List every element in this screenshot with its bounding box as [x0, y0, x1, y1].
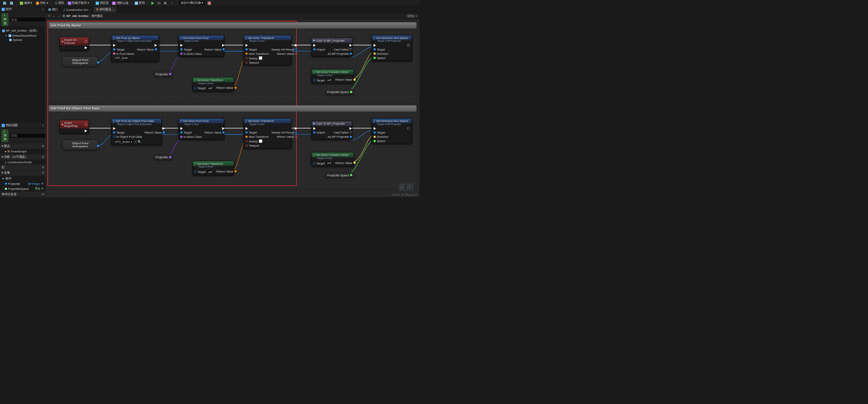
cast-failed-pin[interactable]: Cast Failed: [328, 131, 352, 134]
exec-in-pin[interactable]: [113, 44, 134, 47]
focus-button[interactable]: ⊡: [48, 14, 50, 18]
node-get-forward-vector[interactable]: ƒGet Actor Forward VectorTarget is Actor…: [312, 69, 354, 83]
components-vars-group[interactable]: ▸ 组件: [0, 176, 46, 181]
debug-filter-button[interactable]: [206, 1, 212, 5]
tab-construction-script[interactable]: ƒConstruction Scr...: [61, 7, 93, 13]
event-toggle[interactable]: [85, 123, 87, 125]
compile-button[interactable]: 编译 ▾: [19, 0, 34, 5]
eye-icon[interactable]: 👁: [41, 182, 44, 185]
teleport-pin[interactable]: Teleport: [246, 144, 269, 147]
event-graph-canvas[interactable]: Get Pool By Name ◈Event On Execute Objec…: [46, 20, 420, 197]
close-components-button[interactable]: ×: [42, 8, 44, 11]
node-get-actor-transform-2[interactable]: ƒGet Actor TransformTarget is ActorTarge…: [192, 161, 234, 175]
node-set-direction-speed-2[interactable]: ƒSet Direction And SpeedTarget is BP Pro…: [372, 118, 412, 144]
node-get-actor-from-pool-2[interactable]: ƒGet Actor from PoolTarget is PoolTarget…: [179, 118, 224, 140]
exec-out-pin[interactable]: [328, 44, 352, 47]
exec-out-pin[interactable]: [85, 46, 87, 49]
hit-result-pin[interactable]: Sweep Hit Result: [271, 48, 297, 51]
return-pin[interactable]: Return Value: [137, 48, 157, 51]
hit-result-pin[interactable]: Sweep Hit Result: [271, 131, 297, 134]
save-button[interactable]: [2, 1, 7, 5]
eye-icon[interactable]: 👁: [41, 187, 44, 190]
exec-out-pin[interactable]: [85, 130, 87, 132]
return-pin[interactable]: Return Value: [204, 131, 224, 134]
components-search-input[interactable]: [10, 17, 50, 22]
output-pin[interactable]: [350, 174, 352, 176]
node-event-begin-play[interactable]: ◈Event BeginPlay: [59, 120, 89, 134]
add-function-button[interactable]: ⊕: [42, 155, 44, 159]
variable-projectilespeed[interactable]: ProjectileSpeed浮点👁: [0, 186, 46, 191]
stop-button[interactable]: [163, 1, 168, 5]
node-get-pool-by-data[interactable]: ƒGet Pool by Object Pool DataTarget is O…: [111, 118, 162, 145]
node-object-pool-subsystem-2[interactable]: Object PoolSubsystem: [62, 140, 98, 150]
diff-button[interactable]: 对比 ▾: [35, 0, 50, 5]
browse-button[interactable]: [8, 1, 14, 5]
output-pin[interactable]: [169, 156, 172, 158]
sphere-component-item[interactable]: Sphere: [1, 38, 45, 42]
exec-out-pin[interactable]: [137, 44, 157, 47]
exec-out-pin[interactable]: [204, 44, 224, 47]
new-transform-pin[interactable]: New Transform: [246, 135, 269, 138]
target-pin[interactable]: Target: [180, 48, 202, 51]
play-button[interactable]: [150, 1, 155, 5]
tab-viewport[interactable]: ▦视口: [46, 7, 61, 13]
target-pin[interactable]: Target: [113, 48, 134, 51]
return-pin[interactable]: Return Value: [271, 135, 297, 138]
exec-in-pin[interactable]: [313, 44, 325, 47]
add-dispatcher-button[interactable]: ⊕: [42, 193, 44, 196]
node-cast-bp-projectile-2[interactable]: Cast To BP_ProjectileObjectCast FailedAs…: [312, 121, 352, 140]
exec-out-pin[interactable]: [328, 127, 352, 130]
cast-failed-pin[interactable]: Cast Failed: [328, 48, 352, 51]
nav-back-button[interactable]: ←: [52, 14, 56, 18]
return-pin[interactable]: Return Value: [145, 131, 165, 134]
functions-category[interactable]: ▾ 函数（22可覆盖）⊕: [0, 154, 46, 160]
target-pin[interactable]: Target: [246, 48, 269, 51]
return-pin[interactable]: Return Value: [335, 78, 356, 81]
node-projectile-speed-var[interactable]: Projectile Speed: [325, 89, 354, 95]
node-projectile-speed-var-2[interactable]: Projectile Speed: [325, 172, 354, 178]
output-pin[interactable]: [350, 91, 352, 93]
node-cast-bp-projectile[interactable]: Cast To BP_ProjectileObjectCast FailedAs…: [312, 38, 352, 57]
sweep-checkbox[interactable]: [259, 139, 262, 143]
add-graph-button[interactable]: ⊕: [42, 144, 44, 148]
object-pin[interactable]: Object: [313, 131, 325, 134]
actor-class-pin[interactable]: In Actor Class: [180, 135, 202, 138]
node-set-actor-transform[interactable]: ƒSet Actor TransformTarget is ActorTarge…: [244, 35, 292, 66]
exec-in-pin[interactable]: [180, 127, 202, 130]
root-component-item[interactable]: BP_AM_Emitter（自我）: [1, 28, 45, 33]
pool-data-pin[interactable]: In Object Pool Data: [113, 135, 142, 138]
event-toggle[interactable]: [85, 40, 87, 42]
sweep-checkbox[interactable]: [259, 56, 262, 60]
comment-section-2[interactable]: Get Pool By Object Pool Data: [49, 105, 416, 188]
speed-pin[interactable]: Speed: [374, 56, 389, 59]
simulate-button[interactable]: 模拟: [133, 0, 146, 5]
exec-in-pin[interactable]: [246, 44, 269, 47]
class-defaults-button[interactable]: 类默认值: [111, 0, 130, 5]
direction-pin[interactable]: Direction: [374, 52, 389, 55]
exec-out-pin[interactable]: [408, 44, 410, 46]
graphs-category[interactable]: ▾ 图表⊕: [0, 143, 46, 149]
target-pin[interactable]: Targetself: [313, 161, 332, 165]
new-transform-pin[interactable]: New Transform: [246, 52, 269, 55]
variables-category[interactable]: ▾ 变量⊕: [0, 170, 46, 176]
node-get-actor-transform[interactable]: ƒGet Actor TransformTarget is ActorTarge…: [192, 77, 234, 91]
node-set-actor-transform-2[interactable]: ƒSet Actor TransformTarget is ActorTarge…: [244, 118, 292, 149]
close-myblueprint-button[interactable]: ×: [42, 124, 44, 127]
node-get-forward-vector-2[interactable]: ƒGet Actor Forward VectorTarget is Actor…: [312, 152, 354, 167]
eventgraph-item[interactable]: ▸ ⊞ EventGraph: [0, 149, 46, 154]
step-button[interactable]: ⋮: [169, 1, 175, 5]
exec-out-pin[interactable]: [271, 44, 297, 47]
hide-unrelated-button[interactable]: 隐藏不相关 ▾: [66, 0, 90, 5]
add-variable-button[interactable]: ⊕: [42, 171, 44, 174]
target-pin[interactable]: Targetself: [194, 170, 214, 174]
sweep-pin[interactable]: Sweep: [246, 56, 269, 60]
target-pin[interactable]: Targetself: [313, 78, 332, 82]
as-pin[interactable]: As BP Projectile: [328, 52, 352, 55]
node-projectile-var-2[interactable]: Projectile: [153, 154, 174, 160]
object-pin[interactable]: Object: [313, 48, 325, 51]
sweep-pin[interactable]: Sweep: [246, 139, 269, 143]
output-pin[interactable]: [169, 73, 172, 75]
exec-in-pin[interactable]: [374, 44, 389, 47]
target-pin[interactable]: Targetself: [194, 86, 214, 90]
actor-class-pin[interactable]: In Actor Class: [180, 52, 202, 55]
